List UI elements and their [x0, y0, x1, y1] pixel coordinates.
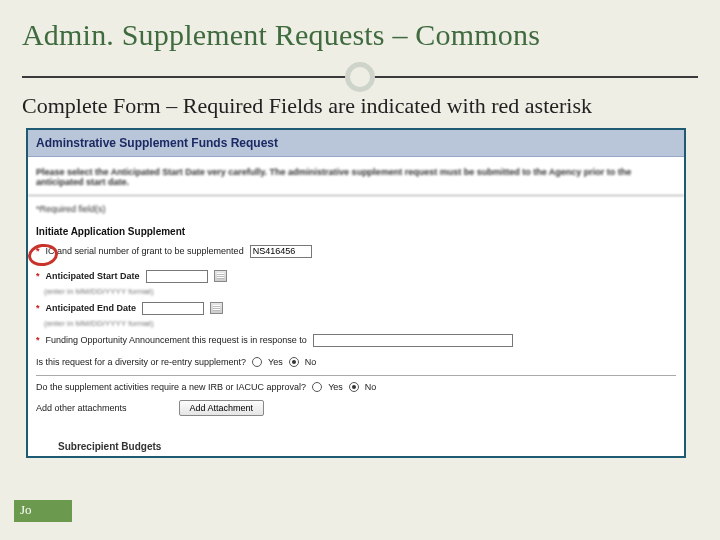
form-body: *Required field(s) Initiate Application … — [28, 196, 684, 424]
asterisk-icon: * — [36, 246, 40, 256]
foa-input[interactable] — [313, 334, 513, 347]
divider-ornament-icon — [345, 62, 375, 92]
asterisk-icon: * — [36, 271, 40, 281]
irb-row: Do the supplement activities require a n… — [36, 382, 676, 392]
form-instruction: Please select the Anticipated Start Date… — [28, 157, 684, 196]
subtitle: Complete Form – Required Fields are indi… — [22, 92, 698, 120]
yes-label: Yes — [268, 357, 283, 367]
diversity-no-radio[interactable] — [289, 357, 299, 367]
asterisk-icon: * — [36, 303, 40, 313]
diversity-yes-radio[interactable] — [252, 357, 262, 367]
end-date-label: Anticipated End Date — [46, 303, 137, 313]
required-fields-note: *Required field(s) — [36, 204, 676, 214]
end-date-hint: (enter in MM/DD/YYYY format) — [44, 319, 676, 328]
irb-yes-radio[interactable] — [312, 382, 322, 392]
start-date-hint: (enter in MM/DD/YYYY format) — [44, 287, 676, 296]
diversity-row: Is this request for a diversity or re-en… — [36, 357, 676, 367]
attachments-label: Add other attachments — [36, 403, 127, 413]
footer-fragment: Jo — [14, 500, 72, 522]
start-date-input[interactable] — [146, 270, 208, 283]
foa-row: * Funding Opportunity Announcement this … — [36, 334, 676, 347]
subrecipient-budgets-heading: Subrecipient Budgets — [58, 441, 161, 452]
irb-label: Do the supplement activities require a n… — [36, 382, 306, 392]
calendar-icon[interactable] — [210, 302, 223, 314]
section-heading: Initiate Application Supplement — [36, 226, 676, 237]
end-date-input[interactable] — [142, 302, 204, 315]
asterisk-icon: * — [36, 335, 40, 345]
no-label: No — [305, 357, 317, 367]
grant-input[interactable] — [250, 245, 312, 258]
add-attachment-button[interactable]: Add Attachment — [179, 400, 265, 416]
attachments-row: Add other attachments Add Attachment — [36, 400, 676, 416]
calendar-icon[interactable] — [214, 270, 227, 282]
yes-label: Yes — [328, 382, 343, 392]
start-date-row: * Anticipated Start Date — [36, 270, 676, 283]
diversity-label: Is this request for a diversity or re-en… — [36, 357, 246, 367]
page-title: Admin. Supplement Requests – Commons — [22, 18, 698, 52]
foa-label: Funding Opportunity Announcement this re… — [46, 335, 307, 345]
grant-row: * IC and serial number of grant to be su… — [36, 245, 676, 258]
end-date-row: * Anticipated End Date — [36, 302, 676, 315]
start-date-label: Anticipated Start Date — [46, 271, 140, 281]
slide: Admin. Supplement Requests – Commons Com… — [0, 0, 720, 540]
grant-label: IC and serial number of grant to be supp… — [46, 246, 244, 256]
divider — [36, 375, 676, 376]
no-label: No — [365, 382, 377, 392]
form-screenshot: Adminstrative Supplement Funds Request P… — [26, 128, 686, 458]
form-header: Adminstrative Supplement Funds Request — [28, 130, 684, 157]
irb-no-radio[interactable] — [349, 382, 359, 392]
title-bar: Admin. Supplement Requests – Commons — [22, 18, 698, 78]
